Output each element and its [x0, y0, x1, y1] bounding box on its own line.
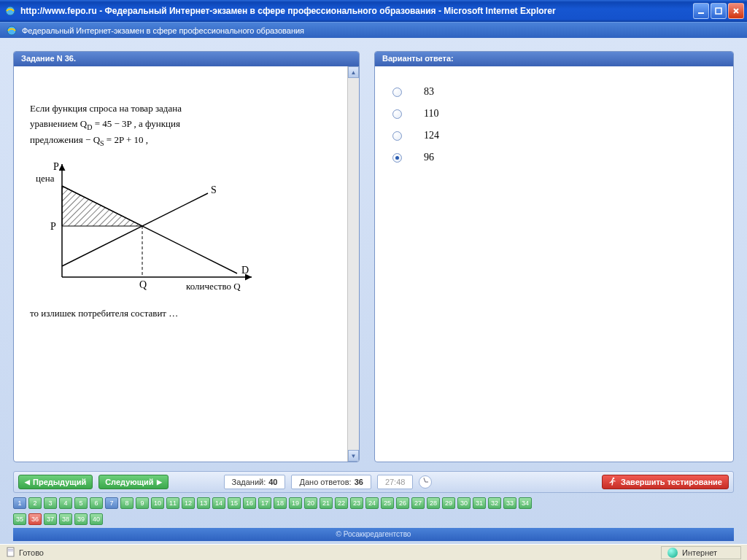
runner-icon: [608, 477, 617, 487]
window-titlebar: http://www.fepo.ru - Федеральный Интерне…: [0, 0, 747, 22]
question-number-6[interactable]: 6: [90, 497, 103, 509]
question-number-4[interactable]: 4: [59, 497, 72, 509]
question-number-10[interactable]: 10: [151, 497, 164, 509]
question-number-12[interactable]: 12: [182, 497, 195, 509]
svg-rect-1: [698, 12, 704, 14]
svg-text:Q: Q: [139, 279, 147, 290]
question-number-13[interactable]: 13: [197, 497, 210, 509]
question-number-14[interactable]: 14: [212, 497, 225, 509]
copyright-bar: © Росаккредагентство: [13, 528, 734, 541]
question-number-16[interactable]: 16: [243, 497, 256, 509]
question-grid: 1234567891011121314151617181920212223242…: [13, 497, 734, 525]
radio-icon[interactable]: [392, 131, 402, 141]
question-number-26[interactable]: 26: [396, 497, 409, 509]
svg-rect-17: [7, 548, 14, 556]
app-body: Задание N 36. ▲ ▼ Если функция спроса на…: [0, 38, 747, 544]
question-number-11[interactable]: 11: [166, 497, 179, 509]
question-number-1[interactable]: 1: [13, 497, 26, 509]
prev-button[interactable]: ◀ Предыдущий: [18, 475, 93, 489]
question-panel: Задание N 36. ▲ ▼ Если функция спроса на…: [13, 51, 360, 462]
triangle-left-icon: ◀: [25, 478, 30, 486]
close-button[interactable]: [728, 3, 744, 19]
label-p: P: [53, 161, 59, 172]
radio-icon[interactable]: [392, 88, 402, 97]
ie-icon: [4, 5, 16, 17]
answer-option[interactable]: 110: [392, 103, 716, 125]
question-number-37[interactable]: 37: [44, 513, 57, 525]
svg-text:цена: цена: [36, 173, 55, 184]
question-number-23[interactable]: 23: [350, 497, 363, 509]
page-doc-icon: [6, 547, 16, 559]
svg-line-7: [62, 186, 237, 273]
question-number-19[interactable]: 19: [289, 497, 302, 509]
svg-text:S: S: [211, 184, 217, 195]
question-number-33[interactable]: 33: [503, 497, 516, 509]
question-number-32[interactable]: 32: [488, 497, 501, 509]
question-number-28[interactable]: 28: [427, 497, 440, 509]
clock-icon: [419, 475, 432, 489]
question-number-20[interactable]: 20: [304, 497, 317, 509]
answers-list: 8311012496: [375, 66, 733, 183]
question-number-27[interactable]: 27: [411, 497, 425, 509]
question-number-8[interactable]: 8: [120, 497, 133, 509]
question-number-17[interactable]: 17: [258, 497, 271, 509]
question-number-40[interactable]: 40: [90, 513, 103, 525]
panels-row: Задание N 36. ▲ ▼ Если функция спроса на…: [13, 51, 734, 462]
answer-label: 110: [424, 108, 438, 120]
finish-button[interactable]: Завершить тестирование: [602, 475, 729, 489]
radio-icon[interactable]: [392, 153, 402, 163]
answers-panel: Варианты ответа: 8311012496: [374, 51, 734, 462]
maximize-button[interactable]: [711, 3, 727, 19]
question-number-31[interactable]: 31: [473, 497, 486, 509]
ie-statusbar: Готово Интернет: [0, 544, 747, 560]
question-number-2[interactable]: 2: [28, 497, 42, 509]
minimize-button[interactable]: [693, 3, 709, 19]
question-number-24[interactable]: 24: [365, 497, 379, 509]
svg-text:P: P: [50, 221, 56, 232]
globe-icon: [667, 548, 678, 558]
question-number-18[interactable]: 18: [274, 497, 287, 509]
answer-option[interactable]: 124: [392, 125, 716, 147]
question-number-29[interactable]: 29: [442, 497, 455, 509]
window-title: http://www.fepo.ru - Федеральный Интерне…: [20, 6, 556, 16]
timer-box: 27:48: [377, 475, 414, 489]
question-number-30[interactable]: 30: [457, 497, 471, 509]
svg-rect-18: [8, 549, 13, 550]
total-tasks-box: Заданий:40: [224, 475, 286, 489]
nav-toolbar: ◀ Предыдущий Следующий ▶ Заданий:40 Дано…: [13, 471, 734, 493]
radio-icon[interactable]: [392, 109, 402, 119]
question-number-9[interactable]: 9: [136, 497, 149, 509]
answer-label: 83: [424, 86, 434, 98]
answer-option[interactable]: 83: [392, 81, 716, 103]
question-number-39[interactable]: 39: [74, 513, 88, 525]
question-number-36[interactable]: 36: [28, 513, 42, 525]
question-panel-header: Задание N 36.: [14, 52, 359, 66]
question-number-5[interactable]: 5: [74, 497, 88, 509]
question-number-21[interactable]: 21: [320, 497, 333, 509]
question-number-22[interactable]: 22: [335, 497, 348, 509]
answers-panel-header: Варианты ответа:: [375, 52, 733, 66]
question-number-25[interactable]: 25: [381, 497, 394, 509]
question-line: предложения − QS = 2P + 10 ,: [30, 133, 344, 149]
question-number-7[interactable]: 7: [105, 497, 118, 509]
question-conclusion: то излишек потребителя составит …: [30, 306, 344, 322]
page-subheader: Федеральный Интернет-экзамен в сфере про…: [0, 22, 747, 38]
question-line: уравнением QD = 45 − 3P , а функция: [30, 117, 344, 133]
svg-text:количество Q: количество Q: [186, 281, 241, 292]
answer-label: 96: [424, 152, 434, 163]
svg-rect-2: [716, 8, 721, 14]
question-body: Если функция спроса на товар задана урав…: [14, 66, 359, 462]
question-number-3[interactable]: 3: [44, 497, 57, 509]
next-button[interactable]: Следующий ▶: [98, 475, 168, 489]
status-ready: Готово: [19, 548, 44, 557]
answer-label: 124: [424, 130, 439, 141]
answer-option[interactable]: 96: [392, 147, 716, 168]
question-number-15[interactable]: 15: [228, 497, 241, 509]
question-line: Если функция спроса на товар задана: [30, 101, 344, 117]
question-number-38[interactable]: 38: [59, 513, 72, 525]
question-number-34[interactable]: 34: [519, 497, 532, 509]
question-text: Если функция спроса на товар задана урав…: [30, 101, 344, 149]
subheader-title: Федеральный Интернет-экзамен в сфере про…: [22, 26, 304, 35]
question-number-35[interactable]: 35: [13, 513, 26, 525]
svg-text:D: D: [241, 265, 249, 276]
